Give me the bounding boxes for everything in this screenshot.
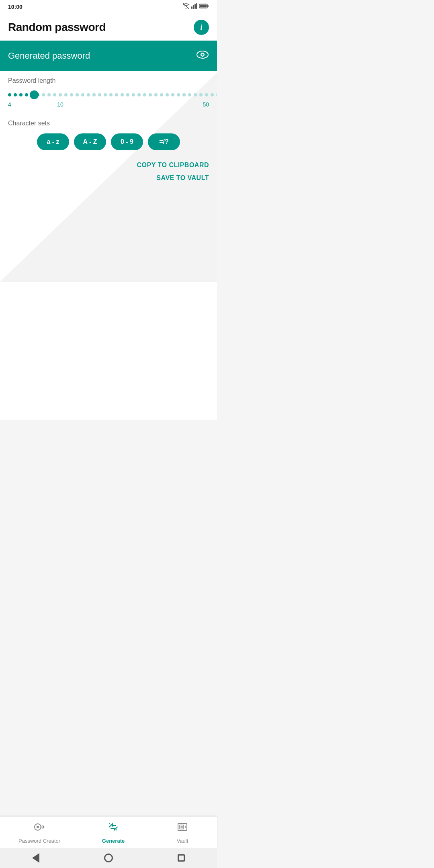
- dot: [76, 93, 79, 96]
- dot: [25, 93, 28, 96]
- main-content: Generated password Password length: [0, 41, 217, 420]
- dot: [53, 93, 56, 96]
- slider-section: Password length: [0, 71, 217, 113]
- dot: [137, 93, 141, 96]
- dot: [121, 93, 124, 96]
- save-to-vault-button[interactable]: SAVE TO VAULT: [156, 174, 209, 182]
- dot: [160, 93, 163, 96]
- range-labels: 4 10 50: [8, 101, 209, 110]
- range-min: 4: [8, 101, 11, 108]
- actions-section: COPY TO CLIPBOARD SAVE TO VAULT: [0, 156, 217, 187]
- char-set-az-lower[interactable]: a - z: [37, 133, 69, 150]
- dot: [216, 93, 217, 96]
- dot: [81, 93, 84, 96]
- page-title: Random password: [8, 21, 106, 34]
- dot: [115, 93, 118, 96]
- slider-thumb[interactable]: [30, 90, 39, 99]
- char-sets-section: Character sets a - z A - Z 0 - 9 =/?: [0, 113, 217, 156]
- dot: [64, 93, 68, 96]
- range-current: 10: [57, 101, 63, 108]
- dot: [199, 93, 203, 96]
- dot: [177, 93, 180, 96]
- dot: [14, 93, 17, 96]
- header: Random password i: [0, 12, 217, 41]
- eye-icon[interactable]: [196, 49, 209, 62]
- dot: [154, 93, 158, 96]
- dot: [109, 93, 113, 96]
- dot: [132, 93, 135, 96]
- battery-icon: [199, 3, 209, 10]
- dot: [92, 93, 96, 96]
- svg-rect-7: [200, 5, 207, 8]
- dot: [194, 93, 197, 96]
- dot: [205, 93, 208, 96]
- dot: [211, 93, 214, 96]
- slider-track[interactable]: [8, 91, 209, 99]
- content-spacer: [0, 187, 217, 420]
- svg-rect-3: [194, 4, 196, 9]
- slider-label: Password length: [8, 77, 209, 84]
- signal-icon: [191, 3, 198, 10]
- dot: [70, 93, 73, 96]
- dot: [188, 93, 191, 96]
- svg-rect-4: [196, 3, 197, 9]
- char-sets-label: Character sets: [8, 120, 209, 127]
- dot: [166, 93, 169, 96]
- status-icons: [182, 3, 209, 10]
- svg-rect-2: [193, 5, 194, 9]
- status-bar: 10:00: [0, 0, 217, 12]
- svg-rect-1: [191, 6, 192, 9]
- wifi-icon: [182, 3, 190, 10]
- dot: [171, 93, 174, 96]
- dot: [182, 93, 186, 96]
- info-button[interactable]: i: [194, 20, 209, 35]
- range-max: 50: [203, 101, 209, 108]
- dot: [47, 93, 51, 96]
- copy-to-clipboard-button[interactable]: COPY TO CLIPBOARD: [137, 162, 209, 169]
- dot: [42, 93, 45, 96]
- dot: [59, 93, 62, 96]
- char-set-digits[interactable]: 0 - 9: [111, 133, 143, 150]
- dot: [8, 93, 11, 96]
- char-set-az-upper[interactable]: A - Z: [74, 133, 106, 150]
- dot: [126, 93, 129, 96]
- char-set-special[interactable]: =/?: [148, 133, 180, 150]
- dot: [87, 93, 90, 96]
- char-sets-row: a - z A - Z 0 - 9 =/?: [8, 133, 209, 150]
- dot: [104, 93, 107, 96]
- dot: [149, 93, 152, 96]
- dot: [98, 93, 101, 96]
- dot: [19, 93, 23, 96]
- generated-password-label: Generated password: [8, 51, 90, 61]
- password-field[interactable]: Generated password: [0, 41, 217, 71]
- svg-point-11: [202, 54, 204, 56]
- status-time: 10:00: [8, 4, 23, 10]
- svg-rect-6: [207, 5, 209, 7]
- dot: [143, 93, 146, 96]
